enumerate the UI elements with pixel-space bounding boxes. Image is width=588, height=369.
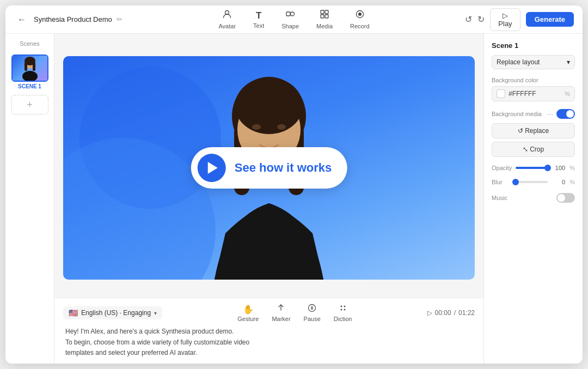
time-current: 00:00 [435, 309, 451, 317]
blur-field: Blur 0 % [492, 179, 575, 185]
svg-rect-11 [24, 62, 27, 71]
app-window: ← Synthesia Product Demo ✏ Avatar T Text… [5, 5, 583, 364]
opacity-value: 100 [552, 165, 565, 171]
diction-icon [339, 304, 347, 314]
toolbar-avatar-label: Avatar [218, 23, 236, 29]
bg-media-label: Background media [492, 111, 542, 117]
svg-rect-5 [321, 15, 324, 18]
opacity-pct: % [569, 165, 575, 171]
generate-button[interactable]: Generate [526, 12, 574, 27]
music-row: Music [492, 193, 575, 203]
language-selector[interactable]: 🇺🇸 English (US) · Engaging ▾ [63, 306, 162, 319]
toolbar-record[interactable]: Record [350, 9, 369, 29]
video-canvas: See how it works [54, 34, 483, 298]
svg-point-25 [340, 309, 342, 311]
script-line-1: Hey! I'm Alex, and here's a quick Synthe… [65, 326, 473, 337]
marker-label: Marker [272, 316, 290, 322]
script-line-3: templates and select your preferred AI a… [65, 348, 473, 358]
edit-icon[interactable]: ✏ [117, 15, 122, 23]
record-icon [355, 9, 365, 22]
redo-button[interactable]: ↻ [477, 12, 485, 27]
play-button[interactable]: ▷ Play [490, 8, 520, 31]
play-overlay-text: See how it works [235, 161, 332, 175]
scene-1-container: SCENE 1 [11, 55, 48, 89]
music-toggle[interactable] [556, 193, 575, 203]
script-line-2: To begin, choose from a wide variety of … [65, 337, 473, 348]
blur-slider-row: Blur 0 % [492, 179, 575, 185]
pause-icon [308, 304, 316, 314]
music-label: Music [492, 195, 507, 201]
scene-1-thumbnail[interactable] [11, 55, 48, 82]
blur-thumb[interactable] [512, 179, 519, 185]
gesture-button[interactable]: ✋ Gesture [237, 304, 259, 322]
play-circle [198, 154, 226, 182]
toggle-knob [566, 110, 574, 118]
scene-title: Scene 1 [492, 41, 575, 50]
bg-media-field: Background media ··· ↺ Replace ⤡ Crop [492, 109, 575, 157]
gesture-icon: ✋ [243, 304, 254, 314]
opacity-fill [516, 167, 548, 169]
svg-rect-6 [325, 15, 328, 18]
scene-thumb-inner [13, 56, 47, 81]
svg-point-26 [344, 309, 345, 311]
svg-rect-12 [33, 62, 35, 71]
main-content: Scenes SCENE 1 + [5, 34, 583, 364]
scenes-label: Scenes [20, 40, 40, 47]
color-swatch [497, 89, 505, 98]
toolbar-text[interactable]: T Text [253, 10, 264, 29]
bottom-panel: 🇺🇸 English (US) · Engaging ▾ ✋ Gesture [54, 298, 483, 364]
scene-1-label: SCENE 1 [11, 83, 48, 89]
media-icon [320, 9, 329, 22]
project-title: Synthesia Product Demo [34, 15, 112, 23]
replace-layout-select[interactable]: Replace layout ▾ [492, 55, 575, 69]
replace-button[interactable]: ↺ Replace [492, 123, 575, 138]
svg-rect-1 [286, 12, 290, 16]
replace-layout-field: Replace layout ▾ [492, 55, 575, 69]
music-toggle-knob [558, 194, 565, 202]
opacity-label: Opacity [492, 165, 511, 171]
bg-media-more-button[interactable]: ··· [547, 110, 553, 118]
play-triangle-icon [208, 162, 218, 174]
blur-value: 0 [552, 179, 565, 185]
top-bar-right: ↺ ↻ ▷ Play Generate [465, 8, 574, 31]
bg-media-toggle[interactable] [556, 109, 575, 119]
time-total: 01:22 [458, 309, 475, 317]
svg-point-2 [291, 12, 295, 16]
add-scene-button[interactable]: + [11, 95, 48, 114]
toolbar-media[interactable]: Media [316, 9, 333, 29]
flag-icon: 🇺🇸 [69, 308, 78, 317]
play-overlay[interactable]: See how it works [191, 147, 347, 189]
bg-color-input[interactable]: #FFFFFF % [492, 86, 575, 101]
toolbar-record-label: Record [350, 23, 369, 29]
bg-media-row: Background media ··· [492, 109, 575, 119]
top-bar: ← Synthesia Product Demo ✏ Avatar T Text… [5, 5, 583, 34]
crop-button[interactable]: ⤡ Crop [492, 142, 575, 157]
bg-color-label: Background color [492, 77, 575, 83]
time-play-icon: ▷ [427, 309, 432, 317]
right-panel: Scene 1 Replace layout ▾ Background colo… [483, 34, 583, 364]
blur-label: Blur [492, 179, 511, 185]
pause-button[interactable]: Pause [304, 304, 321, 322]
svg-point-22 [309, 305, 316, 312]
blur-pct: % [569, 179, 575, 185]
blur-track [516, 181, 548, 183]
top-bar-left: ← Synthesia Product Demo ✏ [14, 12, 123, 27]
replace-layout-chevron-icon: ▾ [567, 58, 570, 66]
toolbar-text-label: Text [253, 22, 264, 29]
bg-color-pct: % [565, 90, 570, 97]
svg-point-23 [340, 306, 342, 307]
canvas-area: See how it works 🇺🇸 English (US) · Engag… [54, 34, 483, 364]
diction-button[interactable]: Diction [334, 304, 352, 322]
toolbar-avatar[interactable]: Avatar [218, 9, 236, 29]
time-separator: / [454, 309, 456, 317]
back-button[interactable]: ← [14, 12, 29, 27]
shape-icon [285, 9, 295, 22]
opacity-field: Opacity 100 % [492, 165, 575, 171]
svg-point-13 [22, 71, 38, 81]
opacity-thumb[interactable] [544, 165, 551, 171]
marker-button[interactable]: Marker [272, 304, 290, 322]
svg-point-20 [252, 124, 261, 130]
bg-media-actions: ··· [547, 109, 575, 119]
toolbar-shape[interactable]: Shape [281, 9, 299, 29]
undo-button[interactable]: ↺ [465, 12, 472, 27]
